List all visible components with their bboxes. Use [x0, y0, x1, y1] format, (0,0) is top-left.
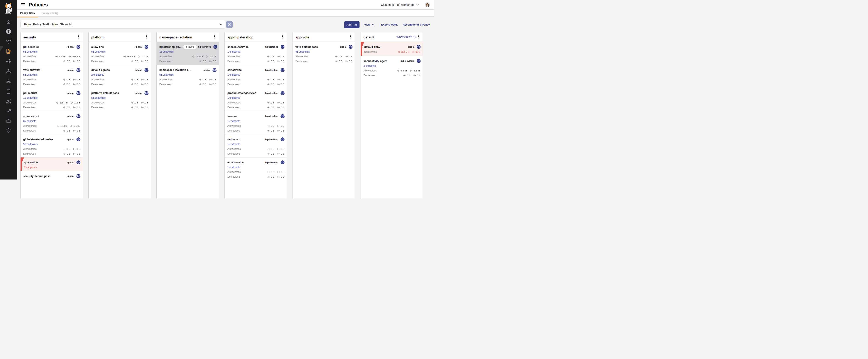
svg-text:?: ? [414, 36, 414, 38]
